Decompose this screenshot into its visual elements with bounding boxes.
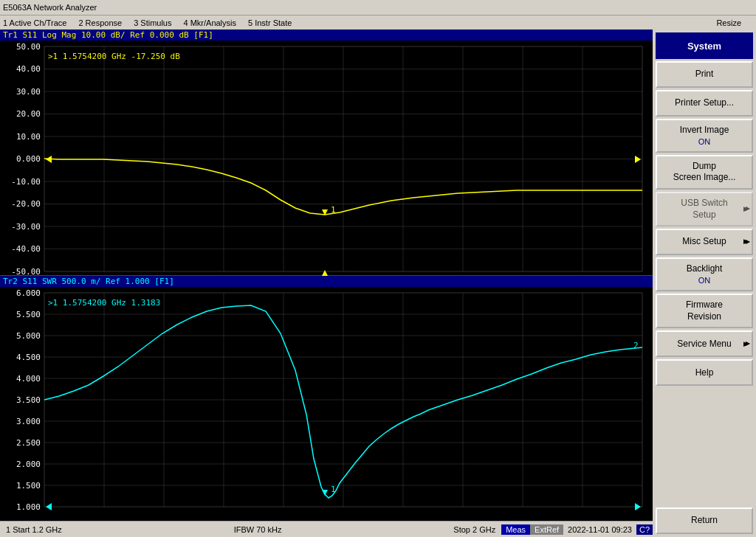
svg-text:2.500: 2.500 xyxy=(16,438,41,448)
title-label: E5063A Network Analyzer xyxy=(3,3,97,12)
svg-text:2.000: 2.000 xyxy=(16,460,41,469)
svg-text:1: 1 xyxy=(331,205,336,215)
svg-text:0.000: 0.000 xyxy=(16,154,41,164)
invert-image-button[interactable]: Invert Image ON xyxy=(656,119,753,153)
menu-item-4[interactable]: 4 Mkr/Analysis xyxy=(183,18,236,27)
firmware-revision-button[interactable]: Firmware Revision xyxy=(656,294,753,328)
svg-text:50.00: 50.00 xyxy=(16,43,41,52)
svg-text:30.00: 30.00 xyxy=(16,87,41,97)
status-extref-badge: ExtRef xyxy=(530,524,563,535)
status-stop: Stop 2 GHz xyxy=(447,525,501,534)
svg-text:4.000: 4.000 xyxy=(16,374,41,384)
status-time: 2022-11-01 09:23 xyxy=(563,524,636,535)
chart-top-svg: 50.00 40.00 30.00 20.00 10.00 0.000 -10.… xyxy=(0,43,653,279)
svg-text:20.00: 20.00 xyxy=(16,109,41,119)
status-start: 1 Start 1.2 GHz xyxy=(0,525,68,534)
svg-text:2: 2 xyxy=(633,341,639,350)
service-menu-button[interactable]: Service Menu ▶ xyxy=(656,330,753,357)
resize-button[interactable]: Resize xyxy=(716,18,741,27)
usb-switch-setup-button[interactable]: USB Switch Setup ▶ xyxy=(656,192,753,226)
menu-item-1[interactable]: 1 Active Ch/Trace xyxy=(3,18,66,27)
help-button[interactable]: Help xyxy=(656,359,753,386)
svg-text:1.500: 1.500 xyxy=(16,481,41,491)
status-ifbw: IFBW 70 kHz xyxy=(68,525,447,534)
menu-item-5[interactable]: 5 Instr State xyxy=(248,18,292,27)
svg-text:-10.00: -10.00 xyxy=(11,177,41,187)
svg-text:4.500: 4.500 xyxy=(16,353,41,362)
svg-text:1: 1 xyxy=(331,485,336,494)
return-button[interactable]: Return xyxy=(656,507,753,534)
svg-text:>1   1.5754200 GHz  -17.250 dB: >1 1.5754200 GHz -17.250 dB xyxy=(48,52,180,61)
svg-text:3.000: 3.000 xyxy=(16,417,41,426)
menu-bar: 1 Active Ch/Trace 2 Response 3 Stimulus … xyxy=(0,15,756,30)
printer-setup-button[interactable]: Printer Setup... xyxy=(656,90,753,117)
chart-top: Tr1 S11 Log Mag 10.00 dB/ Ref 0.000 dB [… xyxy=(0,30,653,276)
svg-text:-20.00: -20.00 xyxy=(11,199,41,209)
svg-text:1.000: 1.000 xyxy=(16,502,41,512)
svg-text:5.500: 5.500 xyxy=(16,310,41,319)
svg-text:5.000: 5.000 xyxy=(16,331,41,341)
chart-bottom: Tr2 S11 SWR 500.0 m/ Ref 1.000 [F1] xyxy=(0,276,653,522)
misc-arrow-icon: ▶ xyxy=(743,238,749,246)
svg-text:6.000: 6.000 xyxy=(16,289,41,298)
svg-text:-40.00: -40.00 xyxy=(11,244,41,254)
title-bar: E5063A Network Analyzer xyxy=(0,0,756,15)
panel-spacer xyxy=(656,388,753,505)
svg-text:40.00: 40.00 xyxy=(16,64,41,74)
chart-bottom-header: Tr2 S11 SWR 500.0 m/ Ref 1.000 [F1] xyxy=(0,276,653,287)
print-button[interactable]: Print xyxy=(656,61,753,88)
svg-text:10.00: 10.00 xyxy=(16,132,41,142)
status-warn-badge: C? xyxy=(636,524,653,535)
usb-arrow-icon: ▶ xyxy=(743,205,749,214)
right-panel: System Print Printer Setup... Invert Ima… xyxy=(653,30,756,537)
backlight-button[interactable]: Backlight ON xyxy=(656,257,753,291)
svg-text:3.500: 3.500 xyxy=(16,395,41,405)
dump-screen-button[interactable]: Dump Screen Image... xyxy=(656,155,753,190)
panel-header: System xyxy=(656,32,753,59)
chart-top-header: Tr1 S11 Log Mag 10.00 dB/ Ref 0.000 dB [… xyxy=(0,30,653,41)
chart-bottom-svg: 6.000 5.500 5.000 4.500 4.000 3.500 3.00… xyxy=(0,289,653,515)
service-arrow-icon: ▶ xyxy=(743,340,749,349)
main-area: Tr1 S11 Log Mag 10.00 dB/ Ref 0.000 dB [… xyxy=(0,30,756,537)
status-bar: 1 Start 1.2 GHz IFBW 70 kHz Stop 2 GHz M… xyxy=(0,521,653,537)
svg-text:>1   1.5754200 GHz   1.3183: >1 1.5754200 GHz 1.3183 xyxy=(48,298,160,308)
menu-item-2[interactable]: 2 Response xyxy=(78,18,122,27)
menu-item-3[interactable]: 3 Stimulus xyxy=(134,18,171,27)
svg-text:-30.00: -30.00 xyxy=(11,222,41,232)
chart-area: Tr1 S11 Log Mag 10.00 dB/ Ref 0.000 dB [… xyxy=(0,30,653,537)
status-meas-badge[interactable]: Meas xyxy=(501,524,530,535)
misc-setup-button[interactable]: Misc Setup ▶ xyxy=(656,229,753,255)
